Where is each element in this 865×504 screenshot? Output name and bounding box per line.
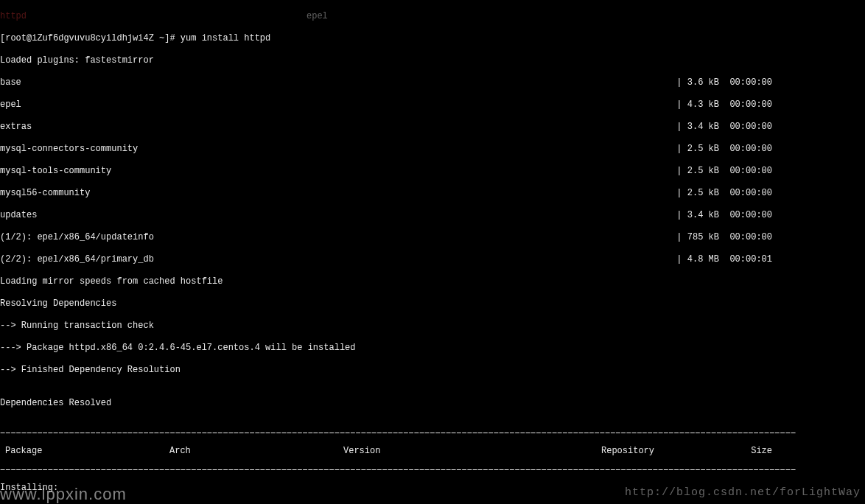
output-line: Resolving Dependencies <box>0 298 865 309</box>
command-text[interactable]: yum install httpd <box>181 33 270 43</box>
output-line: Dependencies Resolved <box>0 398 865 409</box>
repo-row: epel| 4.3 kB 00:00:00 <box>0 99 772 111</box>
repo-row: mysql-tools-community| 2.5 kB 00:00:00 <box>0 166 772 177</box>
watermark-left: www.lppxin.com <box>0 489 127 500</box>
shell-prompt: [root@iZuf6dgvuvu8cyildhjwi4Z ~]# <box>0 33 181 43</box>
repo-row: extras| 3.4 kB 00:00:00 <box>0 122 772 133</box>
repo-row: (2/2): epel/x86_64/primary_db| 4.8 MB 00… <box>0 254 772 265</box>
truncated-red: httpd <box>0 11 27 21</box>
table-header: PackageArchVersionRepositorySize <box>0 446 772 457</box>
output-line: Loading mirror speeds from cached hostfi… <box>0 276 865 287</box>
plugins-line: Loaded plugins: fastestmirror <box>0 55 865 66</box>
output-line: ---> Package httpd.x86_64 0:2.4.6-45.el7… <box>0 343 865 354</box>
separator-line: ========================================… <box>0 468 796 472</box>
repo-row: mysql-connectors-community| 2.5 kB 00:00… <box>0 144 772 155</box>
output-line: --> Running transaction check <box>0 321 865 332</box>
repo-row: (1/2): epel/x86_64/updateinfo| 785 kB 00… <box>0 232 772 243</box>
repo-row: updates| 3.4 kB 00:00:00 <box>0 210 772 221</box>
separator-line: ========================================… <box>0 431 796 435</box>
watermark-right: http://blog.csdn.net/forLightWay <box>625 487 861 498</box>
terminal-output: httpdepel [root@iZuf6dgvuvu8cyildhjwi4Z … <box>0 0 865 504</box>
repo-row: base| 3.6 kB 00:00:00 <box>0 77 772 88</box>
truncated-right: epel <box>307 11 328 21</box>
repo-row: mysql56-community| 2.5 kB 00:00:00 <box>0 188 772 199</box>
output-line: --> Finished Dependency Resolution <box>0 365 865 376</box>
